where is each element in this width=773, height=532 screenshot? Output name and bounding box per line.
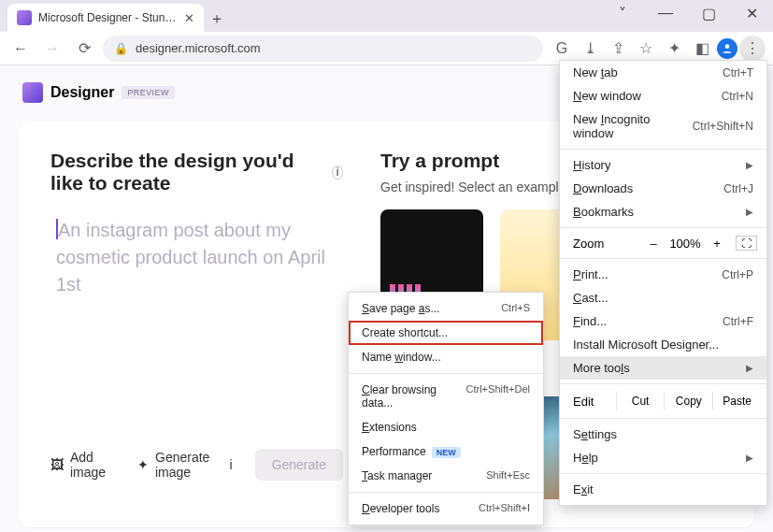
star-icon[interactable]: ☆ [633, 36, 659, 62]
menu-clear-browsing-data[interactable]: Clear browsing data...Ctrl+Shift+Del [349, 378, 543, 415]
prompt-placeholder: An instagram post about my cosmetic prod… [56, 220, 325, 295]
forward-button: → [39, 36, 65, 62]
chevron-down-icon[interactable]: ˅ [601, 0, 644, 26]
menu-performance[interactable]: PerformanceNEW [349, 439, 543, 464]
lock-icon: 🔒 [114, 42, 128, 55]
designer-logo-icon [22, 82, 43, 103]
generate-button[interactable]: Generate [255, 449, 343, 481]
designer-favicon-icon [17, 10, 32, 25]
menu-name-window[interactable]: Name window... [349, 345, 543, 369]
install-icon[interactable]: ⤓ [577, 36, 603, 62]
add-image-button[interactable]: 🖼 Add image [50, 450, 115, 480]
new-tab-button[interactable]: ＋ [204, 6, 230, 32]
menu-edit-row: Edit Cut Copy Paste [560, 388, 766, 414]
menu-cut[interactable]: Cut [616, 392, 665, 410]
menu-print[interactable]: Print...Ctrl+P [560, 263, 766, 286]
menu-more-tools[interactable]: More tools▶ [560, 356, 766, 380]
reload-button[interactable]: ⟳ [71, 36, 97, 62]
info-icon[interactable]: i [230, 457, 233, 472]
prompt-textarea[interactable]: An instagram post about my cosmetic prod… [50, 209, 343, 415]
close-icon[interactable]: ✕ [730, 0, 773, 26]
zoom-in-button[interactable]: + [706, 237, 728, 251]
menu-zoom-row: Zoom – 100% + ⛶ [560, 232, 766, 254]
menu-create-shortcut[interactable]: Create shortcut... [349, 321, 543, 345]
chrome-menu-button[interactable]: ⋮ [739, 36, 766, 62]
menu-find[interactable]: Find...Ctrl+F [560, 309, 766, 333]
fullscreen-button[interactable]: ⛶ [736, 236, 757, 251]
brand-name: Designer [50, 84, 114, 101]
menu-cast[interactable]: Cast... [560, 286, 766, 309]
back-button[interactable]: ← [7, 36, 34, 62]
menu-history[interactable]: History▶ [560, 153, 766, 177]
describe-heading: Describe the design you'd like to create… [50, 150, 343, 194]
sparkle-icon: ✦ [137, 457, 149, 472]
menu-new-window[interactable]: New windowCtrl+N [560, 84, 766, 108]
minimize-icon[interactable]: — [644, 0, 687, 26]
maximize-icon[interactable]: ▢ [687, 0, 730, 26]
profile-avatar[interactable] [717, 38, 737, 59]
menu-task-manager[interactable]: Task managerShift+Esc [349, 464, 543, 488]
menu-extensions[interactable]: Extensions [349, 415, 543, 439]
chrome-main-menu: New tabCtrl+T New windowCtrl+N New Incog… [559, 60, 767, 506]
preview-badge: PREVIEW [122, 86, 174, 99]
menu-paste[interactable]: Paste [712, 392, 761, 410]
menu-settings[interactable]: Settings [560, 423, 766, 446]
menu-downloads[interactable]: DownloadsCtrl+J [560, 177, 766, 200]
menu-copy[interactable]: Copy [664, 392, 712, 410]
image-icon: 🖼 [50, 457, 64, 472]
info-icon[interactable]: i [332, 165, 343, 180]
menu-help[interactable]: Help▶ [560, 446, 766, 469]
tab-title: Microsoft Designer - Stunning d [38, 11, 178, 24]
menu-bookmarks[interactable]: Bookmarks▶ [560, 200, 766, 223]
tab-close-icon[interactable]: ✕ [184, 11, 194, 25]
menu-new-incognito[interactable]: New Incognito windowCtrl+Shift+N [560, 108, 766, 145]
menu-save-page-as[interactable]: Save page as...Ctrl+S [349, 296, 543, 321]
menu-exit[interactable]: Exit [560, 478, 766, 501]
omnibox-url: designer.microsoft.com [136, 41, 532, 55]
sidepanel-icon[interactable]: ◧ [689, 36, 715, 62]
zoom-level: 100% [665, 237, 706, 251]
share-icon[interactable]: ⇪ [605, 36, 631, 62]
generate-image-button[interactable]: ✦ Generate image i [137, 450, 233, 480]
zoom-out-button[interactable]: – [642, 237, 665, 251]
extensions-icon[interactable]: ✦ [661, 36, 687, 62]
menu-new-tab[interactable]: New tabCtrl+T [560, 61, 766, 84]
menu-developer-tools[interactable]: Developer toolsCtrl+Shift+I [349, 496, 543, 521]
browser-tab[interactable]: Microsoft Designer - Stunning d ✕ [7, 4, 204, 32]
omnibox[interactable]: 🔒 designer.microsoft.com [103, 36, 543, 62]
google-icon[interactable]: G [549, 36, 575, 62]
more-tools-submenu: Save page as...Ctrl+S Create shortcut...… [348, 292, 544, 525]
svg-point-0 [725, 44, 730, 49]
menu-install-app[interactable]: Install Microsoft Designer... [560, 333, 766, 356]
